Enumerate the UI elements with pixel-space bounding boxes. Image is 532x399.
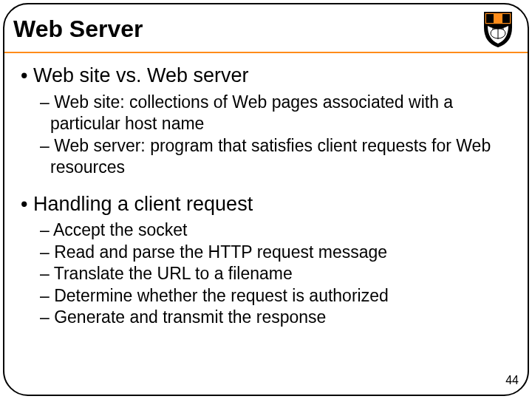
svg-rect-1	[502, 14, 510, 23]
sub-bullet-item: – Read and parse the HTTP request messag…	[40, 242, 513, 263]
sub-bullet-item: – Web site: collections of Web pages ass…	[40, 92, 513, 135]
princeton-shield-icon	[477, 10, 519, 48]
slide-title: Web Server	[13, 16, 143, 43]
svg-rect-0	[486, 14, 494, 23]
sub-bullet-group: – Accept the socket – Read and parse the…	[40, 219, 513, 328]
slide: Web Server • Web site vs. Web server – W…	[0, 0, 532, 399]
page-number: 44	[505, 374, 519, 387]
sub-bullet-item: – Accept the socket	[40, 219, 513, 241]
bullet-item: • Handling a client request	[21, 192, 513, 217]
sub-bullet-item: – Translate the URL to a filename	[40, 263, 513, 284]
title-divider	[4, 52, 528, 53]
bullet-item: • Web site vs. Web server	[21, 64, 513, 89]
sub-bullet-item: – Determine whether the request is autho…	[40, 285, 513, 307]
sub-bullet-item: – Web server: program that satisfies cli…	[40, 135, 513, 179]
slide-content: • Web site vs. Web server – Web site: co…	[21, 64, 513, 328]
title-row: Web Server	[13, 7, 519, 50]
sub-bullet-group: – Web site: collections of Web pages ass…	[40, 92, 513, 179]
sub-bullet-item: – Generate and transmit the response	[40, 307, 513, 328]
